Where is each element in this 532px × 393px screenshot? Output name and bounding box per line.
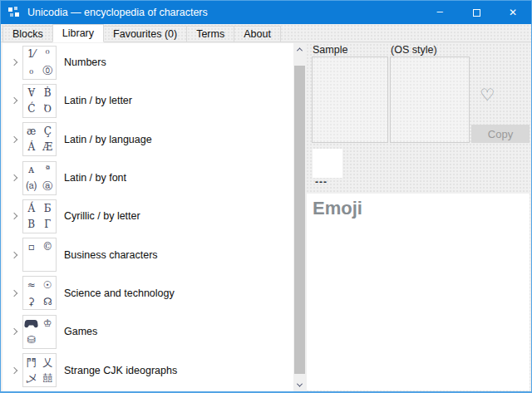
glyph-cell: ª <box>40 162 57 179</box>
app-window: Unicodia — encyclopedia of characters – … <box>0 0 532 393</box>
library-item[interactable]: 門乂乄囍Strange CJK ideographs <box>2 351 293 389</box>
glyph-cell: ⓐ <box>40 178 57 194</box>
category-heading: Emoji <box>313 198 530 219</box>
app-icon <box>7 6 21 19</box>
minimize-icon: – <box>436 5 442 17</box>
expand-chevron-icon[interactable] <box>11 290 17 297</box>
glyph-cell: ♔ <box>40 316 57 332</box>
glyph-cell: ≈ <box>23 277 40 293</box>
item-glyph-box: 門乂乄囍 <box>22 353 57 387</box>
library-item-label: Latin / by letter <box>64 95 132 106</box>
library-item[interactable]: ᴀª⒜ⓐLatin / by font <box>2 159 293 197</box>
glyph-cell: Ḃ <box>40 85 57 101</box>
glyph-cell: Ɐ <box>23 85 40 101</box>
glyph-cell <box>40 255 57 272</box>
expand-chevron-icon[interactable] <box>11 135 17 142</box>
separator-text: --- <box>315 176 328 188</box>
glyph-cell: ⛁ <box>23 332 40 348</box>
chevron-down-icon <box>297 381 303 386</box>
tab-bar: Blocks Library Favourites (0) Terms Abou… <box>1 24 531 42</box>
glyph-cell: Ć <box>23 101 40 117</box>
glyph-cell: ☉ <box>40 277 57 293</box>
glyph-cell: ⁰ <box>40 47 57 63</box>
glyph-cell: © <box>40 238 57 255</box>
item-glyph-box: ⱯḂĆꝹ <box>22 84 57 118</box>
glyph-cell: 囍 <box>40 371 57 387</box>
library-item[interactable]: æÇÁÆLatin / by language <box>2 120 293 159</box>
copy-button[interactable]: Copy <box>471 125 530 143</box>
color-swatch <box>313 149 342 178</box>
scrollbar-thumb[interactable] <box>294 66 305 374</box>
glyph-cell: æ <box>23 123 40 140</box>
content-area: 1⁄⁰₀⓪NumbersⱯḂĆꝹLatin / by letteræÇÁÆLat… <box>2 43 530 391</box>
library-item-label: Business characters <box>64 249 158 261</box>
expand-chevron-icon[interactable] <box>11 97 17 104</box>
tab-library[interactable]: Library <box>52 24 104 42</box>
minimize-button[interactable]: – <box>421 1 458 24</box>
library-item[interactable]: ▫©Business characters <box>2 235 293 273</box>
maximize-button[interactable] <box>458 1 495 24</box>
glyph-cell: 乂 <box>40 354 57 371</box>
expand-chevron-icon[interactable] <box>11 59 17 66</box>
expand-chevron-icon[interactable] <box>11 213 17 219</box>
library-item[interactable]: 1⁄⁰₀⓪Numbers <box>2 43 293 81</box>
expand-chevron-icon[interactable] <box>11 366 17 373</box>
glyph-cell: ⒜ <box>23 178 40 194</box>
glyph-cell: В <box>23 216 40 233</box>
library-item-label: Cyrillic / by letter <box>64 210 140 222</box>
glyph-cell: Ꝺ <box>40 101 57 117</box>
window-controls: – ✕ <box>421 1 531 24</box>
glyph-cell: ₀ <box>23 62 40 79</box>
glyph-cell: ⓪ <box>40 62 57 79</box>
library-scrollbar[interactable] <box>293 43 306 391</box>
glyph-cell: Г <box>40 216 57 233</box>
glyph-cell: А́ <box>23 200 40 217</box>
item-glyph-box: 1⁄⁰₀⓪ <box>22 46 57 80</box>
maximize-icon <box>473 9 480 17</box>
close-icon: ✕ <box>509 7 517 18</box>
expand-chevron-icon[interactable] <box>11 174 17 181</box>
item-glyph-box: А́БВГ <box>22 199 57 233</box>
glyph-cell: ⚳ <box>23 293 40 310</box>
os-style-box <box>390 56 470 143</box>
scroll-down-button[interactable] <box>293 379 306 391</box>
os-style-label: (OS style) <box>391 44 437 56</box>
library-list: 1⁄⁰₀⓪NumbersⱯḂĆꝹLatin / by letteræÇÁÆLat… <box>2 43 293 391</box>
close-button[interactable]: ✕ <box>495 1 531 24</box>
expand-chevron-icon[interactable] <box>11 251 17 258</box>
glyph-cell: ᴀ <box>23 162 40 179</box>
library-item[interactable]: ⱯḂĆꝹLatin / by letter <box>2 81 293 120</box>
tab-favourites[interactable]: Favourites (0) <box>103 26 187 42</box>
titlebar: Unicodia — encyclopedia of characters – … <box>1 1 531 24</box>
library-item[interactable]: А́БВГCyrillic / by letter <box>2 197 293 235</box>
tab-blocks[interactable]: Blocks <box>2 26 53 42</box>
expand-chevron-icon[interactable] <box>11 328 17 335</box>
glyph-cell: Ç <box>40 123 57 140</box>
library-item[interactable]: ♔⛁Games <box>2 312 293 351</box>
scroll-up-button[interactable] <box>293 43 306 55</box>
glyph-cell: 乄 <box>23 371 40 387</box>
glyph-cell: ▫ <box>23 238 40 255</box>
glyph-cell: Æ <box>40 140 57 156</box>
glyph-cell <box>40 332 57 348</box>
glyph-cell: 門 <box>23 354 40 371</box>
favourite-heart-button[interactable]: ♡ <box>475 85 500 105</box>
glyph-cell: Á <box>23 140 40 156</box>
library-item-label: Science and technology <box>64 287 175 299</box>
tab-about[interactable]: About <box>234 26 281 42</box>
item-glyph-box: ᴀª⒜ⓐ <box>22 161 57 195</box>
library-item-label: Strange CJK ideographs <box>64 365 177 376</box>
preview-panel: Sample (OS style) ♡ Copy --- Emoji <box>306 43 530 391</box>
sample-box <box>312 56 388 143</box>
library-item-label: Numbers <box>64 56 106 68</box>
library-item[interactable]: ≈☉⚳☊Science and technology <box>2 274 293 312</box>
library-item-label: Latin / by font <box>64 172 126 184</box>
library-item-label: Games <box>64 326 97 337</box>
chevron-up-icon <box>297 47 303 53</box>
sample-label: Sample <box>313 44 347 56</box>
description-area: Emoji <box>307 194 530 391</box>
glyph-cell <box>23 255 40 272</box>
item-glyph-box: ♔⛁ <box>22 315 57 349</box>
item-glyph-box: ▫© <box>22 238 57 272</box>
tab-terms[interactable]: Terms <box>186 26 234 42</box>
